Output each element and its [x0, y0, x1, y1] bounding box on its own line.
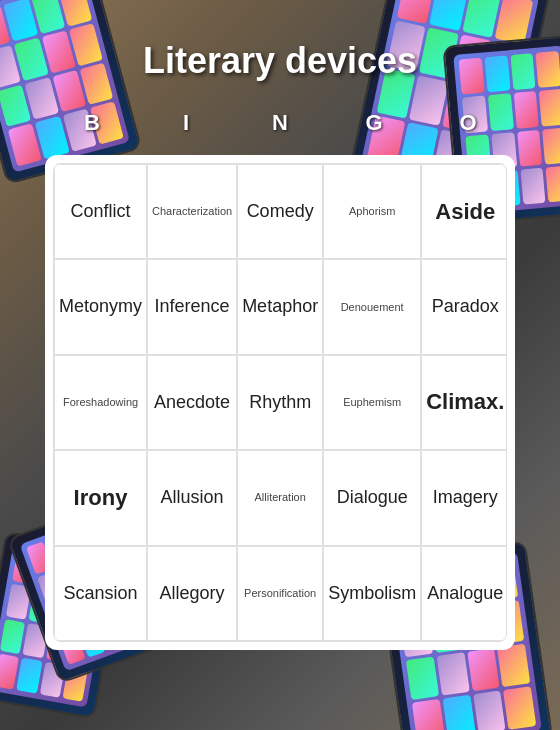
cell-0-0[interactable]: Conflict: [54, 164, 147, 259]
cell-0-4[interactable]: Aside: [421, 164, 507, 259]
cell-3-4[interactable]: Imagery: [421, 450, 507, 545]
cell-1-4[interactable]: Paradox: [421, 259, 507, 354]
cell-0-2[interactable]: Comedy: [237, 164, 323, 259]
cell-4-1[interactable]: Allegory: [147, 546, 237, 641]
cell-0-1[interactable]: Characterization: [147, 164, 237, 259]
cell-0-3[interactable]: Aphorism: [323, 164, 421, 259]
bingo-letters-row: BINGO: [45, 110, 515, 136]
bingo-letter-b: B: [45, 110, 139, 136]
cell-3-3[interactable]: Dialogue: [323, 450, 421, 545]
cell-4-2[interactable]: Personification: [237, 546, 323, 641]
bingo-letter-o: O: [421, 110, 515, 136]
cell-4-3[interactable]: Symbolism: [323, 546, 421, 641]
cell-1-3[interactable]: Denouement: [323, 259, 421, 354]
cell-1-0[interactable]: Metonymy: [54, 259, 147, 354]
cell-1-1[interactable]: Inference: [147, 259, 237, 354]
bingo-letter-i: I: [139, 110, 233, 136]
cell-3-2[interactable]: Alliteration: [237, 450, 323, 545]
cell-2-3[interactable]: Euphemism: [323, 355, 421, 450]
cell-2-1[interactable]: Anecdote: [147, 355, 237, 450]
cell-3-0[interactable]: Irony: [54, 450, 147, 545]
bingo-letter-g: G: [327, 110, 421, 136]
cell-1-2[interactable]: Metaphor: [237, 259, 323, 354]
cell-4-4[interactable]: Analogue: [421, 546, 507, 641]
cell-4-0[interactable]: Scansion: [54, 546, 147, 641]
cell-2-4[interactable]: Climax.: [421, 355, 507, 450]
cell-2-2[interactable]: Rhythm: [237, 355, 323, 450]
bingo-card: ConflictCharacterizationComedyAphorismAs…: [45, 155, 515, 650]
page-title: Literary devices: [0, 40, 560, 82]
bingo-grid: ConflictCharacterizationComedyAphorismAs…: [53, 163, 507, 642]
cell-2-0[interactable]: Foreshadowing: [54, 355, 147, 450]
bingo-letter-n: N: [233, 110, 327, 136]
cell-3-1[interactable]: Allusion: [147, 450, 237, 545]
